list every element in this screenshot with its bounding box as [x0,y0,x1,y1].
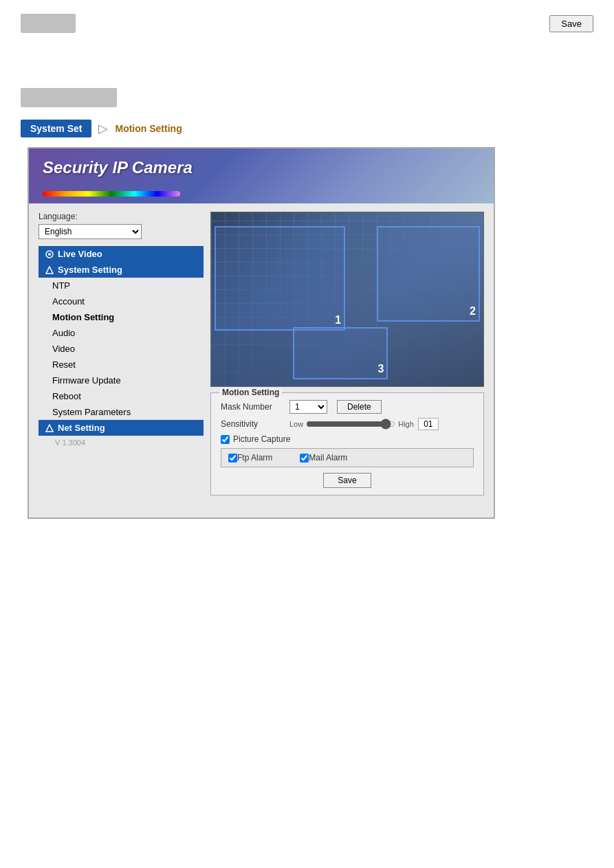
sidebar-label-reset: Reset [52,359,76,370]
gray-block [21,88,117,107]
sidebar-label-reboot: Reboot [52,391,81,401]
save-button-top[interactable]: Save [549,15,593,32]
sidebar-item-system-setting[interactable]: System Setting [39,262,204,278]
mask-number-select[interactable]: 1 [289,400,327,414]
sidebar-item-audio[interactable]: Audio [39,325,204,341]
breadcrumb-arrow-icon: ▷ [98,121,108,136]
mail-alarm-checkbox[interactable] [300,454,309,463]
sidebar-label-motion-setting: Motion Setting [52,312,114,322]
sensitivity-row: Sensitivity Low High 01 [221,418,474,430]
sidebar-item-ntp[interactable]: NTP [39,278,204,293]
system-setting-icon [44,265,55,275]
language-select[interactable]: English [39,224,142,239]
language-label: Language: [39,212,204,221]
svg-point-1 [48,253,51,256]
sidebar-label-net-setting: Net Setting [58,423,105,433]
top-bar: Save [0,0,614,40]
sensitivity-value: 01 [418,418,439,430]
sidebar: Language: English Live Video System [39,212,204,496]
sidebar-label-ntp: NTP [52,280,70,291]
sensitivity-label: Sensitivity [221,419,289,429]
sidebar-label-account: Account [52,296,85,307]
sidebar-item-reset[interactable]: Reset [39,357,204,372]
picture-capture-label: Picture Capture [233,434,290,444]
sidebar-item-firmware-update[interactable]: Firmware Update [39,372,204,388]
sidebar-item-video[interactable]: Video [39,341,204,357]
video-feed: 1 2 3 [210,212,484,387]
mail-alarm-label: Mail Alarm [309,453,347,463]
mask-number-label: Mask Number [221,402,289,412]
save-button-panel[interactable]: Save [323,473,371,488]
sidebar-item-live-video[interactable]: Live Video [39,246,204,262]
ftp-alarm-checkbox[interactable] [228,454,237,463]
breadcrumb-motion-setting: Motion Setting [115,123,182,134]
svg-marker-3 [46,425,53,432]
mask-number-row: Mask Number 1 Delete [221,400,474,414]
ftp-alarm-label: Ftp Alarm [237,453,272,463]
net-setting-icon [44,423,55,433]
live-video-icon [44,249,55,259]
camera-ui: Security IP Camera Language: English Liv… [28,147,495,519]
sidebar-label-system-setting: System Setting [58,265,122,275]
sidebar-item-net-setting[interactable]: Net Setting [39,420,204,436]
ftp-alarm-container: Ftp Alarm [228,453,272,463]
middle-area: System Set ▷ Motion Setting Security IP … [0,40,614,526]
camera-body: Language: English Live Video System [29,203,494,504]
delete-button[interactable]: Delete [337,400,382,414]
breadcrumb: System Set ▷ Motion Setting [21,120,593,137]
sensitivity-high-label: High [398,420,414,428]
sidebar-label-system-parameters: System Parameters [52,407,131,417]
sensitivity-slider[interactable] [306,419,395,430]
mail-alarm-container: Mail Alarm [300,453,347,463]
video-background: 1 2 3 [211,212,483,386]
sidebar-item-motion-setting[interactable]: Motion Setting [39,309,204,325]
breadcrumb-system-set[interactable]: System Set [21,120,91,137]
alarm-row: Ftp Alarm Mail Alarm [221,448,474,467]
sensitivity-low-label: Low [289,420,303,428]
picture-capture-row: Picture Capture [221,434,474,444]
rainbow-bar [43,191,180,197]
sidebar-label-live-video: Live Video [58,249,102,259]
version-text: V 1.3004 [39,438,204,447]
camera-header: Security IP Camera [29,148,494,203]
sidebar-label-video: Video [52,344,75,354]
motion-setting-panel: Motion Setting Mask Number 1 Delete Sens… [210,392,484,496]
video-region-1[interactable]: 1 [215,226,345,331]
video-region-3[interactable]: 3 [293,327,388,379]
sidebar-label-audio: Audio [52,328,75,338]
camera-title: Security IP Camera [43,158,480,177]
video-region-2[interactable]: 2 [377,226,480,322]
top-gray-box [21,14,76,33]
sidebar-label-firmware-update: Firmware Update [52,375,121,386]
video-section: 1 2 3 Motion Setting Mask Number 1 Delet [210,212,484,496]
picture-capture-checkbox[interactable] [221,435,230,444]
svg-marker-2 [46,267,53,274]
sidebar-item-reboot[interactable]: Reboot [39,388,204,404]
sidebar-item-system-parameters[interactable]: System Parameters [39,404,204,420]
motion-setting-legend: Motion Setting [219,388,282,397]
sidebar-item-account[interactable]: Account [39,293,204,309]
